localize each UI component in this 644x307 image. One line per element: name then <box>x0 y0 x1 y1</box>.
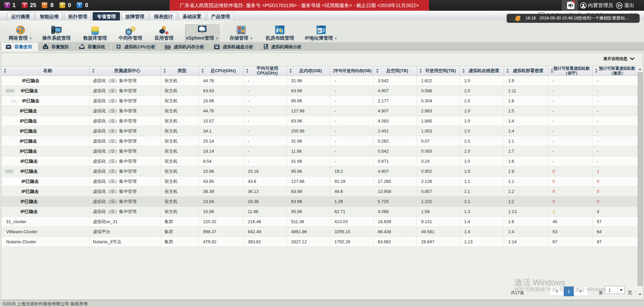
svg-text:IP: IP <box>318 29 321 33</box>
